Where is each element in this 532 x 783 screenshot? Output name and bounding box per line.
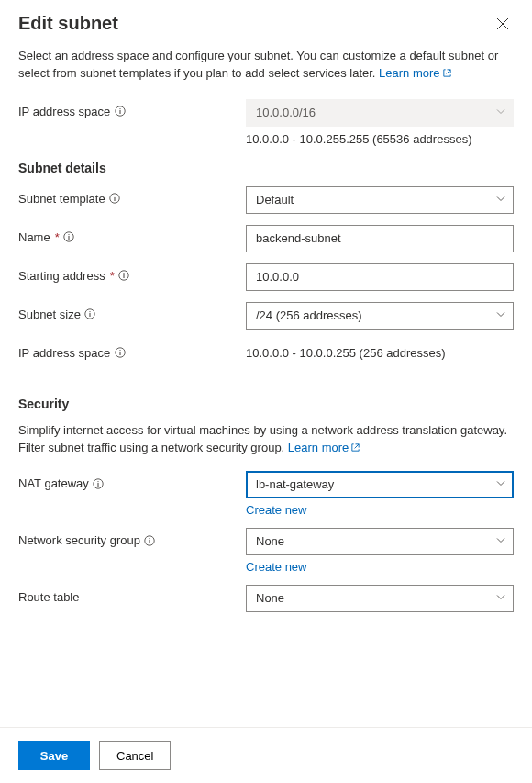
nsg-label: Network security group xyxy=(18,533,140,547)
svg-rect-8 xyxy=(69,236,70,240)
start-addr-label: Starting address xyxy=(18,269,105,283)
nat-select[interactable]: lb-nat-gateway xyxy=(246,471,514,498)
panel-description: Select an address space and configure yo… xyxy=(18,48,514,83)
learn-more-link-security[interactable]: Learn more xyxy=(288,441,360,454)
svg-point-7 xyxy=(69,234,70,235)
nat-label: NAT gateway xyxy=(18,476,89,490)
info-icon[interactable] xyxy=(93,477,105,489)
panel-footer: Save Cancel xyxy=(0,727,532,783)
computed-space-value: 10.0.0.0 - 10.0.0.255 (256 addresses) xyxy=(246,346,446,360)
external-link-icon xyxy=(350,442,360,453)
svg-point-22 xyxy=(150,538,150,539)
computed-space-label: IP address space xyxy=(18,346,110,360)
svg-rect-11 xyxy=(124,274,125,278)
template-select[interactable]: Default xyxy=(246,186,514,214)
svg-rect-20 xyxy=(98,483,99,487)
ip-space-label: IP address space xyxy=(18,105,110,118)
name-label: Name xyxy=(18,230,50,244)
svg-rect-14 xyxy=(90,313,91,317)
info-icon[interactable] xyxy=(114,106,126,117)
external-link-icon xyxy=(442,68,452,78)
name-input[interactable] xyxy=(246,225,514,252)
svg-rect-23 xyxy=(150,540,150,543)
info-icon[interactable] xyxy=(84,308,96,320)
nsg-create-link[interactable]: Create new xyxy=(246,560,306,574)
info-icon[interactable] xyxy=(114,347,126,359)
info-icon[interactable] xyxy=(118,270,130,282)
subnet-details-heading: Subnet details xyxy=(18,161,514,175)
svg-rect-17 xyxy=(119,352,120,355)
svg-point-1 xyxy=(119,108,120,109)
size-label: Subnet size xyxy=(18,308,81,321)
svg-point-4 xyxy=(114,196,115,196)
page-title: Edit subnet xyxy=(18,13,118,34)
route-label: Route table xyxy=(18,590,80,604)
ip-space-select: 10.0.0.0/16 xyxy=(246,99,514,127)
svg-point-10 xyxy=(124,273,125,274)
svg-point-13 xyxy=(90,311,91,312)
save-button[interactable]: Save xyxy=(18,741,90,770)
info-icon[interactable] xyxy=(144,534,156,546)
svg-point-19 xyxy=(98,481,99,482)
route-select[interactable]: None xyxy=(246,585,514,612)
learn-more-link-top[interactable]: Learn more xyxy=(379,66,451,80)
info-icon[interactable] xyxy=(63,231,75,243)
ip-space-helper: 10.0.0.0 - 10.0.255.255 (65536 addresses… xyxy=(246,132,514,146)
cancel-button[interactable]: Cancel xyxy=(99,741,171,770)
nsg-select[interactable]: None xyxy=(246,528,514,555)
template-label: Subnet template xyxy=(18,192,105,206)
svg-rect-5 xyxy=(115,197,116,201)
size-select[interactable]: /24 (256 addresses) xyxy=(246,302,514,330)
info-icon[interactable] xyxy=(109,193,121,205)
svg-rect-2 xyxy=(119,110,120,114)
svg-point-16 xyxy=(119,350,120,351)
close-button[interactable] xyxy=(492,13,514,35)
security-heading: Security xyxy=(18,397,514,411)
security-description: Simplify internet access for virtual mac… xyxy=(18,422,514,457)
start-addr-input[interactable] xyxy=(246,263,514,291)
nat-create-link[interactable]: Create new xyxy=(246,503,306,517)
close-icon xyxy=(496,17,509,30)
